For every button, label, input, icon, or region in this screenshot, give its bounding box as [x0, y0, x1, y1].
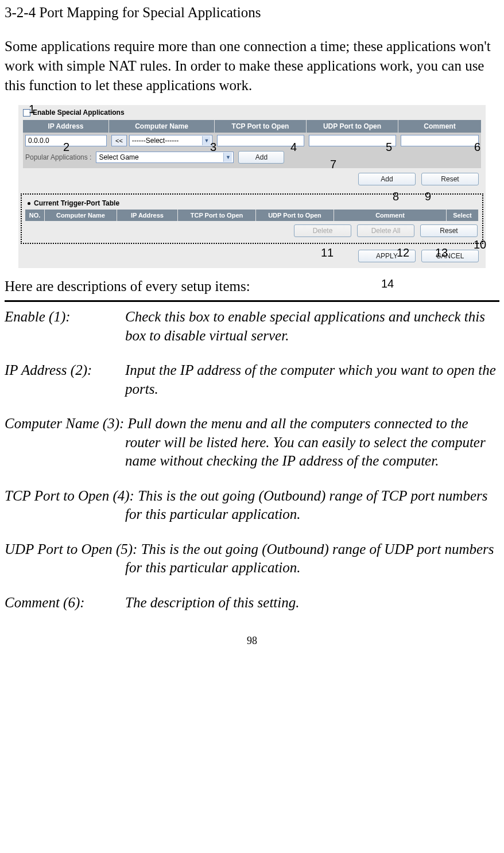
th-sel: Select: [447, 210, 479, 221]
callout-8: 8: [393, 190, 399, 203]
callout-10: 10: [474, 238, 486, 251]
description-text: The description of this setting.: [125, 594, 499, 612]
add-button[interactable]: Add: [358, 173, 416, 185]
page-number: 98: [5, 635, 499, 647]
callout-4: 4: [290, 141, 297, 154]
callout-7: 7: [330, 158, 336, 171]
th-tcp: TCP Port to Open: [178, 210, 256, 221]
computer-name-value: ------Select------: [132, 137, 179, 145]
th-cn: Computer Name: [45, 210, 117, 221]
input-header-row: IP Address Computer Name TCP Port to Ope…: [23, 120, 481, 133]
intro-text: Some applications require more than one …: [5, 37, 499, 95]
hdr-cn: Computer Name: [109, 120, 215, 133]
th-ip: IP Address: [117, 210, 178, 221]
table-title: Current Trigger-Port Table: [34, 199, 119, 207]
hdr-udp: UDP Port to Open: [307, 120, 398, 133]
copy-ip-button[interactable]: <<: [111, 135, 127, 146]
callout-11: 11: [321, 246, 334, 259]
popular-apps-value: Select Game: [99, 153, 138, 161]
callout-3: 3: [210, 141, 216, 154]
description-item: IP Address (2):Input the IP address of t…: [5, 361, 499, 398]
description-item: TCP Port to Open (4): This is the out go…: [5, 487, 499, 524]
callout-13: 13: [435, 246, 448, 259]
callout-5: 5: [386, 141, 392, 154]
callout-14: 14: [381, 277, 394, 290]
reset-button[interactable]: Reset: [421, 173, 479, 185]
section-title: 3-2-4 Port Mapping for Special Applicati…: [5, 5, 499, 21]
screenshot-wrapper: 1 2 3 4 5 6 7 8 9 10 11 12 13 14 Enable …: [5, 105, 499, 268]
delete-all-button[interactable]: Delete All: [357, 224, 414, 237]
popular-add-button[interactable]: Add: [238, 151, 284, 164]
th-cmt: Comment: [334, 210, 447, 221]
bullet-icon: [28, 202, 30, 205]
callout-2: 2: [63, 141, 69, 154]
th-udp: UDP Port to Open: [256, 210, 334, 221]
description-label: Comment (6):: [5, 594, 125, 612]
table-header-row: NO. Computer Name IP Address TCP Port to…: [25, 210, 479, 221]
enable-label: Enable Special Applications: [33, 108, 125, 117]
hdr-cmt: Comment: [398, 120, 481, 133]
callout-12: 12: [397, 246, 409, 259]
chevron-down-icon: ▼: [223, 153, 232, 162]
callout-1: 1: [29, 103, 35, 116]
description-label: Enable (1):: [5, 308, 125, 345]
chevron-down-icon: ▼: [202, 136, 211, 145]
divider: [5, 300, 499, 302]
description-item: UDP Port to Open (5): This is the out go…: [5, 540, 499, 577]
callout-6: 6: [474, 141, 480, 154]
description-text: Input the IP address of the computer whi…: [125, 361, 499, 398]
hdr-ip: IP Address: [23, 120, 109, 133]
comment-input[interactable]: [401, 135, 479, 146]
descriptions-heading: Here are descriptions of every setup ite…: [5, 278, 499, 294]
description-text: Check this box to enable special applica…: [125, 308, 499, 345]
delete-button[interactable]: Delete: [294, 224, 351, 237]
th-no: NO.: [25, 210, 45, 221]
cancel-button[interactable]: CANCEL: [421, 250, 479, 262]
description-item: Comment (6):The description of this sett…: [5, 594, 499, 612]
descriptions-list: Enable (1):Check this box to enable spec…: [5, 308, 499, 612]
hdr-tcp: TCP Port to Open: [215, 120, 307, 133]
description-item: Enable (1):Check this box to enable spec…: [5, 308, 499, 345]
computer-name-select[interactable]: ------Select------ ▼: [129, 135, 212, 146]
udp-port-input[interactable]: [309, 135, 396, 146]
description-item: Computer Name (3): Pull down the menu an…: [5, 414, 499, 471]
popular-apps-label: Popular Applications :: [23, 153, 91, 161]
current-table-panel: Current Trigger-Port Table NO. Computer …: [21, 193, 483, 244]
description-label: IP Address (2):: [5, 361, 125, 398]
reset-table-button[interactable]: Reset: [420, 224, 478, 237]
callout-9: 9: [425, 190, 431, 203]
